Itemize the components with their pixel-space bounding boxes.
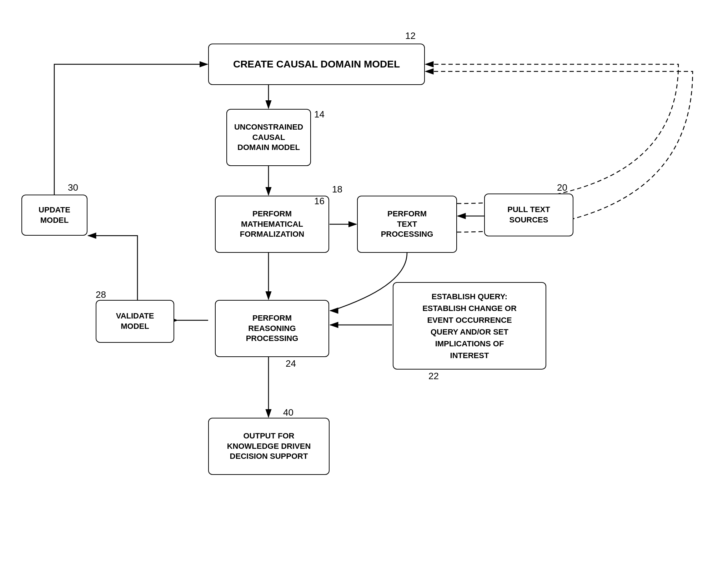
validate-model-node: VALIDATEMODEL (96, 300, 174, 343)
output-label: OUTPUT FORKNOWLEDGE DRIVENDECISION SUPPO… (227, 431, 311, 462)
perform-text-node: PERFORMTEXTPROCESSING (357, 196, 457, 253)
pull-text-node: PULL TEXTSOURCES (484, 194, 573, 236)
label-22: 22 (428, 371, 439, 382)
create-causal-node: CREATE CAUSAL DOMAIN MODEL (208, 44, 425, 85)
update-model-node: UPDATEMODEL (21, 195, 87, 236)
create-causal-label: CREATE CAUSAL DOMAIN MODEL (233, 58, 400, 71)
label-30: 30 (68, 182, 78, 193)
perform-reasoning-label: PERFORMREASONINGPROCESSING (246, 313, 298, 344)
unconstrained-node: UNCONSTRAINEDCAUSALDOMAIN MODEL (226, 109, 311, 166)
diagram-container: CREATE CAUSAL DOMAIN MODEL 12 UNCONSTRAI… (0, 0, 728, 577)
label-28: 28 (96, 289, 106, 300)
label-40: 40 (283, 407, 293, 418)
label-16: 16 (314, 196, 325, 207)
establish-query-label: ESTABLISH QUERY:ESTABLISH CHANGE OREVENT… (422, 291, 517, 361)
perform-reasoning-node: PERFORMREASONINGPROCESSING (215, 300, 329, 357)
validate-model-label: VALIDATEMODEL (116, 311, 154, 331)
perform-text-label: PERFORMTEXTPROCESSING (381, 209, 433, 240)
perform-math-node: PERFORMMATHEMATICALFORMALIZATION (215, 196, 329, 253)
label-18: 18 (332, 184, 342, 195)
label-20: 20 (557, 182, 567, 193)
label-12: 12 (405, 30, 416, 41)
perform-math-label: PERFORMMATHEMATICALFORMALIZATION (240, 209, 304, 240)
label-24: 24 (286, 358, 296, 369)
arrows-svg (0, 0, 728, 577)
unconstrained-label: UNCONSTRAINEDCAUSALDOMAIN MODEL (234, 122, 303, 153)
pull-text-label: PULL TEXTSOURCES (507, 205, 550, 225)
establish-query-node: ESTABLISH QUERY:ESTABLISH CHANGE OREVENT… (393, 282, 546, 370)
update-model-label: UPDATEMODEL (39, 205, 70, 225)
output-node: OUTPUT FORKNOWLEDGE DRIVENDECISION SUPPO… (208, 418, 330, 475)
label-14: 14 (314, 109, 325, 120)
